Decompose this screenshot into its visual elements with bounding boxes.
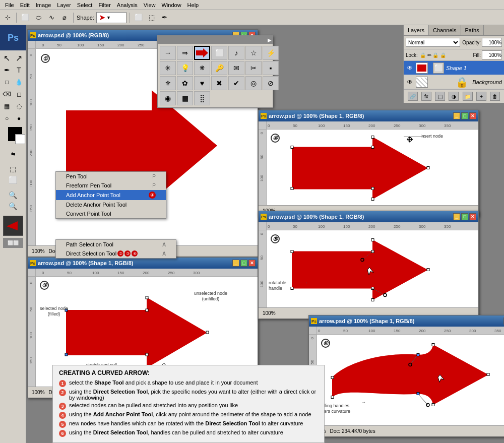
win4-minimize[interactable]: _ (453, 213, 460, 220)
shape-asterisk[interactable]: ✳ (160, 61, 176, 75)
win2-maximize[interactable]: □ (240, 260, 247, 267)
tool-burn[interactable]: ● (14, 113, 25, 124)
toolbar-move[interactable]: ⊹ (2, 12, 13, 23)
shape-square[interactable]: ▪ (263, 61, 279, 75)
win2-minimize[interactable]: _ (232, 260, 239, 267)
shape-grid-icon[interactable]: ▦ (177, 91, 193, 105)
shape-talk[interactable]: ◉ (160, 91, 176, 105)
toolbar-pen[interactable]: ✒ (159, 12, 170, 23)
blend-mode-select[interactable]: Normal (406, 38, 460, 47)
ctx-freeform-pen[interactable]: Freeform Pen Tool P (56, 181, 166, 190)
win3-close[interactable]: ✕ (469, 112, 476, 119)
layer-mask-btn[interactable]: ⬚ (435, 92, 445, 101)
tool-foreground-bg-swap[interactable]: ⇆ (8, 148, 19, 159)
fill-input[interactable] (482, 50, 502, 59)
shape-target[interactable]: ◎ (245, 76, 262, 90)
tool-direct-selection[interactable]: ↗ (14, 52, 25, 64)
shape-label: Shape: (77, 15, 94, 21)
shape-check[interactable]: ✔ (228, 76, 244, 90)
toolbar-new-layer[interactable]: ⬜ (133, 12, 144, 23)
shape-heart[interactable]: ♥ (194, 76, 210, 90)
fill-label: Fill: (473, 52, 481, 58)
tool-zoom-out[interactable]: 🔍 (8, 201, 19, 212)
ctx-pen-tool[interactable]: Pen Tool P (56, 172, 166, 181)
shape-note[interactable]: ♪ (228, 46, 244, 60)
opacity-input[interactable] (482, 38, 502, 47)
shape-row2-1[interactable]: ⚡ (263, 46, 279, 60)
shape-bulb[interactable]: 💡 (177, 61, 193, 75)
toolbar-add-mask[interactable]: ⬚ (146, 12, 157, 23)
svg-rect-25 (291, 287, 293, 290)
shape-scissors[interactable]: ✂ (245, 61, 262, 75)
win2-close[interactable]: ✕ (248, 260, 256, 267)
tool-screen-mode[interactable]: ⬜ (8, 174, 19, 185)
tool-gradient[interactable]: ▦ (2, 101, 13, 112)
shape-arrow-bold[interactable]: ⇒ (177, 46, 193, 60)
ctx-delete-anchor[interactable]: Delete Anchor Point Tool (56, 200, 166, 209)
menu-help[interactable]: Help (184, 1, 202, 9)
toolbar-ellipse-marquee[interactable]: ⬭ (33, 12, 44, 23)
shape-flower[interactable]: ✿ (177, 76, 193, 90)
ctx-convert-point[interactable]: Convert Point Tool (56, 209, 166, 218)
shape-fleur[interactable]: ⚜ (160, 76, 176, 90)
layer-shape1[interactable]: 👁 ⬜ Shape 1 (404, 61, 504, 75)
menu-file[interactable]: File (2, 1, 17, 9)
shape-cross[interactable]: ✖ (211, 76, 227, 90)
shape-star-outline[interactable]: ☆ (245, 46, 262, 60)
menu-edit[interactable]: Edit (17, 1, 33, 9)
tab-paths[interactable]: Paths (461, 25, 484, 35)
layer-delete-btn[interactable]: 🗑 (490, 92, 500, 101)
tool-eyedropper[interactable]: 💧 (14, 77, 25, 88)
menu-select[interactable]: Select (74, 1, 96, 9)
menu-view[interactable]: View (141, 1, 159, 9)
win4-maximize[interactable]: □ (461, 213, 468, 220)
layer-fx-btn[interactable]: fx (421, 92, 431, 101)
menu-analysis[interactable]: Analysis (114, 1, 141, 9)
win3-minimize[interactable]: _ (453, 112, 460, 119)
shape-selector[interactable]: ➤ ▼ (96, 12, 127, 23)
ctx-add-anchor[interactable]: Add Anchor Point Tool ④ (56, 190, 166, 200)
layer-eye-bg[interactable]: 👁 (406, 78, 414, 86)
ctx-path-selection[interactable]: Path Selection Tool A (56, 240, 176, 249)
menu-layer[interactable]: Layer (54, 1, 74, 9)
layer-adjustment-btn[interactable]: ◑ (449, 92, 459, 101)
layer-background[interactable]: 👁 🔒 Background (404, 75, 504, 89)
tool-eraser[interactable]: ◻ (14, 89, 25, 100)
shape-arrow-filled[interactable] (194, 46, 210, 60)
win3-maximize[interactable]: □ (461, 112, 468, 119)
tool-text[interactable]: T (14, 65, 25, 76)
tool-blur[interactable]: ◌ (14, 101, 25, 112)
menu-window[interactable]: Window (158, 1, 184, 9)
tab-layers[interactable]: Layers (404, 25, 429, 35)
shape-arrow-right[interactable]: → (160, 46, 176, 60)
shape-no[interactable]: ⊘ (263, 76, 279, 90)
tool-dodge[interactable]: ○ (2, 113, 13, 124)
toolbar-lasso[interactable]: ∿ (46, 12, 57, 23)
shape-key[interactable]: 🔑 (211, 61, 227, 75)
tool-brush[interactable]: ⌫ (2, 89, 13, 100)
toolbar-rect-marquee[interactable]: ⬜ (20, 12, 31, 23)
tool-shape[interactable]: □ (2, 77, 13, 88)
shape-rect[interactable]: ⬜ (211, 46, 227, 60)
window-1-title: arrow.psd @ 100% (RGB/8) (38, 32, 109, 38)
svg-rect-17 (371, 187, 374, 190)
shape-mail[interactable]: ✉ (228, 61, 244, 75)
layer-group-btn[interactable]: 📁 (463, 92, 473, 101)
shape-bulb2[interactable]: ❋ (194, 61, 210, 75)
win4-close[interactable]: ✕ (469, 213, 476, 220)
layer-link-btn[interactable]: 🔗 (408, 92, 418, 101)
layer-new-btn[interactable]: + (476, 92, 486, 101)
svg-rect-40 (331, 376, 334, 379)
shape-dots[interactable]: ⣿ (194, 91, 210, 105)
tool-zoom-in[interactable]: 🔍 (8, 189, 19, 201)
shape-popup-close[interactable]: ▶ (268, 37, 272, 43)
menu-image[interactable]: Image (33, 1, 54, 9)
menu-filter[interactable]: Filter (95, 1, 113, 9)
ctx-direct-selection[interactable]: Direct Selection Tool ② ③ ⑥ A (56, 249, 176, 258)
tool-pen[interactable]: ✒ (2, 65, 13, 76)
toolbar-magic-wand[interactable]: ⌀ (59, 12, 70, 23)
tab-channels[interactable]: Channels (429, 25, 461, 35)
tool-selection[interactable]: ↖ (2, 52, 13, 64)
layer-eye-shape1[interactable]: 👁 (406, 64, 414, 72)
tool-mask-mode[interactable]: ⬚ (8, 163, 19, 174)
